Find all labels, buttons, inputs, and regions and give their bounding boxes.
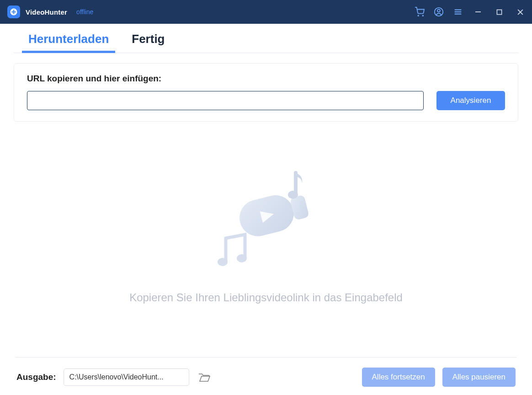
svg-point-9 <box>437 9 440 12</box>
svg-point-4 <box>12 12 13 14</box>
tab-download[interactable]: Herunterladen <box>28 32 109 53</box>
url-input[interactable] <box>27 91 424 110</box>
tab-done[interactable]: Fertig <box>132 32 165 53</box>
svg-point-2 <box>12 10 13 11</box>
svg-point-22 <box>237 254 247 262</box>
empty-state: Kopieren Sie Ihren Lieblingsvideolink in… <box>14 122 518 352</box>
open-folder-icon[interactable] <box>197 369 212 385</box>
svg-rect-14 <box>497 10 501 14</box>
svg-point-21 <box>218 258 228 266</box>
app-logo-icon <box>7 5 20 18</box>
svg-point-3 <box>14 10 16 11</box>
footer-bar: Ausgabe: C:\Users\lenovo\VideoHunt... Al… <box>14 368 518 387</box>
output-path-field[interactable]: C:\Users\lenovo\VideoHunt... <box>64 368 189 386</box>
url-label: URL kopieren und hier einfügen: <box>27 74 505 84</box>
menu-icon[interactable] <box>449 3 467 21</box>
analyze-button[interactable]: Analysieren <box>436 91 505 110</box>
tabs: Herunterladen Fertig <box>14 32 518 53</box>
svg-point-20 <box>288 191 298 199</box>
close-button[interactable] <box>510 2 530 22</box>
empty-illustration-icon <box>207 171 325 278</box>
minimize-button[interactable] <box>468 2 488 22</box>
svg-point-6 <box>418 15 419 16</box>
maximize-button[interactable] <box>489 2 509 22</box>
cart-icon[interactable] <box>410 3 429 21</box>
output-label: Ausgabe: <box>16 372 56 382</box>
resume-all-button[interactable]: Alles fortsetzen <box>362 368 435 387</box>
divider <box>16 357 516 358</box>
svg-point-7 <box>422 15 423 16</box>
main-content: Herunterladen Fertig URL kopieren und hi… <box>0 24 532 395</box>
app-title: VideoHunter <box>26 8 67 16</box>
pause-all-button[interactable]: Alles pausieren <box>442 368 516 387</box>
user-icon[interactable] <box>430 3 448 21</box>
svg-point-5 <box>14 12 16 14</box>
empty-state-text: Kopieren Sie Ihren Lieblingsvideolink in… <box>129 291 403 304</box>
title-bar: VideoHunter offline <box>0 0 532 24</box>
url-card: URL kopieren und hier einfügen: Analysie… <box>14 63 518 122</box>
connection-status: offline <box>76 8 93 16</box>
